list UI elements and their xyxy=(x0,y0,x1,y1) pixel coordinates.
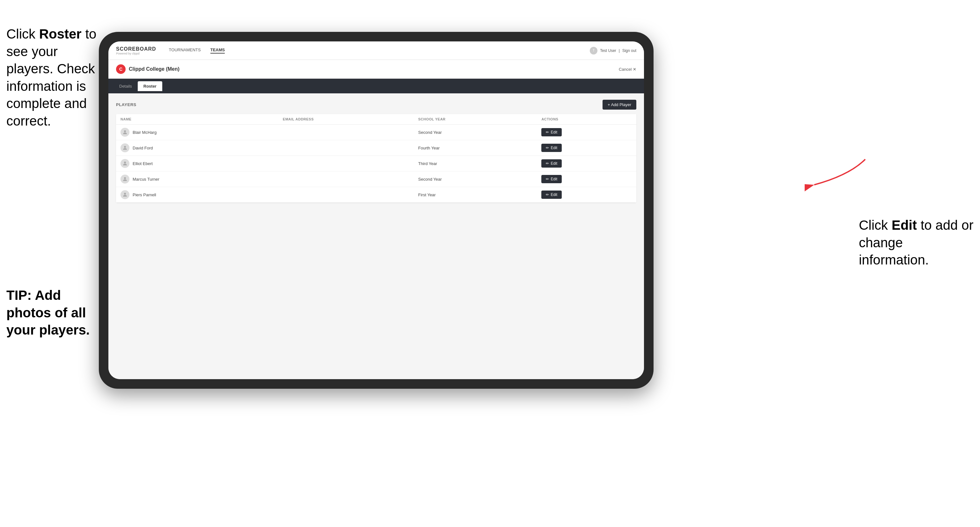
avatar xyxy=(121,175,129,184)
edit-button[interactable]: ✏ Edit xyxy=(541,190,562,199)
scoreboard-logo: SCOREBOARD Powered by clippd xyxy=(116,46,156,55)
edit-icon: ✏ xyxy=(546,146,549,150)
svg-point-6 xyxy=(124,193,126,195)
cancel-button[interactable]: Cancel ✕ xyxy=(619,67,636,72)
player-actions: ✏ Edit xyxy=(537,171,636,187)
player-year: First Year xyxy=(414,187,537,203)
player-actions: ✏ Edit xyxy=(537,125,636,140)
col-school-year: SCHOOL YEAR xyxy=(414,114,537,125)
player-email xyxy=(278,171,414,187)
table-row: Blair McHarg Second Year ✏ Edit xyxy=(116,125,636,140)
avatar xyxy=(121,159,129,168)
edit-button[interactable]: ✏ Edit xyxy=(541,128,562,137)
svg-point-3 xyxy=(124,146,126,148)
table-row: Elliot Ebert Third Year ✏ Edit xyxy=(116,156,636,171)
tab-roster[interactable]: Roster xyxy=(138,81,162,91)
tab-details[interactable]: Details xyxy=(113,81,138,91)
avatar xyxy=(121,190,129,199)
nav-tournaments[interactable]: TOURNAMENTS xyxy=(169,48,201,54)
player-name-cell: Elliot Ebert xyxy=(116,156,278,171)
tablet-screen: SCOREBOARD Powered by clippd TOURNAMENTS… xyxy=(108,41,644,379)
player-actions: ✏ Edit xyxy=(537,140,636,156)
player-name-cell: Marcus Turner xyxy=(116,171,278,187)
table-header-row: NAME EMAIL ADDRESS SCHOOL YEAR ACTIONS xyxy=(116,114,636,125)
player-name-cell: David Ford xyxy=(116,140,278,156)
player-year: Second Year xyxy=(414,171,537,187)
team-logo: C xyxy=(116,64,126,74)
avatar xyxy=(121,128,129,137)
tabs-bar: Details Roster xyxy=(108,79,644,94)
nav-right: T Test User | Sign out xyxy=(590,47,636,54)
svg-point-5 xyxy=(124,177,126,179)
tablet-frame: SCOREBOARD Powered by clippd TOURNAMENTS… xyxy=(99,32,654,389)
table-row: Marcus Turner Second Year ✏ Edit xyxy=(116,171,636,187)
svg-point-2 xyxy=(124,130,126,132)
player-year: Third Year xyxy=(414,156,537,171)
table-header: NAME EMAIL ADDRESS SCHOOL YEAR ACTIONS xyxy=(116,114,636,125)
table-row: David Ford Fourth Year ✏ Edit xyxy=(116,140,636,156)
team-title-area: C Clippd College (Men) xyxy=(116,64,180,74)
nav-separator: | xyxy=(619,48,620,53)
player-actions: ✏ Edit xyxy=(537,187,636,203)
content-area: PLAYERS + Add Player NAME EMAIL ADDRESS … xyxy=(108,94,644,379)
svg-point-4 xyxy=(124,162,126,163)
right-instructions: Click Edit to add or change information. xyxy=(859,217,974,269)
col-email: EMAIL ADDRESS xyxy=(278,114,414,125)
col-name: NAME xyxy=(116,114,278,125)
team-header: C Clippd College (Men) Cancel ✕ xyxy=(108,60,644,79)
players-header: PLAYERS + Add Player xyxy=(116,100,636,110)
players-section-title: PLAYERS xyxy=(116,102,137,107)
col-actions: ACTIONS xyxy=(537,114,636,125)
arrow-to-edit xyxy=(805,156,869,194)
logo-sub-text: Powered by clippd xyxy=(116,52,156,55)
edit-icon: ✏ xyxy=(546,192,549,197)
player-name-cell: Blair McHarg xyxy=(116,125,278,140)
player-year: Second Year xyxy=(414,125,537,140)
left-instructions: Click Roster to see your players. Check … xyxy=(6,25,99,130)
user-text: Test User xyxy=(600,48,616,53)
user-avatar: T xyxy=(590,47,597,54)
edit-bold: Edit xyxy=(892,217,917,233)
player-email xyxy=(278,187,414,203)
players-table: NAME EMAIL ADDRESS SCHOOL YEAR ACTIONS xyxy=(116,114,636,203)
edit-button[interactable]: ✏ Edit xyxy=(541,175,562,183)
edit-icon: ✏ xyxy=(546,130,549,135)
player-actions: ✏ Edit xyxy=(537,156,636,171)
edit-button[interactable]: ✏ Edit xyxy=(541,144,562,152)
nav-links: TOURNAMENTS TEAMS xyxy=(169,48,590,54)
table-row: Piers Parnell First Year ✏ Edit xyxy=(116,187,636,203)
sign-out-link[interactable]: Sign out xyxy=(622,48,636,53)
tip-text: TIP: Add photos of all your players. xyxy=(6,287,99,339)
edit-icon: ✏ xyxy=(546,177,549,181)
add-player-button[interactable]: + Add Player xyxy=(603,100,636,110)
avatar xyxy=(121,143,129,152)
player-email xyxy=(278,125,414,140)
table-body: Blair McHarg Second Year ✏ Edit xyxy=(116,125,636,203)
edit-button[interactable]: ✏ Edit xyxy=(541,159,562,168)
edit-icon: ✏ xyxy=(546,161,549,166)
player-email xyxy=(278,140,414,156)
logo-main-text: SCOREBOARD xyxy=(116,46,156,52)
player-email xyxy=(278,156,414,171)
player-year: Fourth Year xyxy=(414,140,537,156)
nav-teams[interactable]: TEAMS xyxy=(210,48,225,54)
player-name-cell: Piers Parnell xyxy=(116,187,278,203)
team-name: Clippd College (Men) xyxy=(129,66,180,72)
app-navbar: SCOREBOARD Powered by clippd TOURNAMENTS… xyxy=(108,41,644,60)
roster-bold: Roster xyxy=(39,27,82,41)
